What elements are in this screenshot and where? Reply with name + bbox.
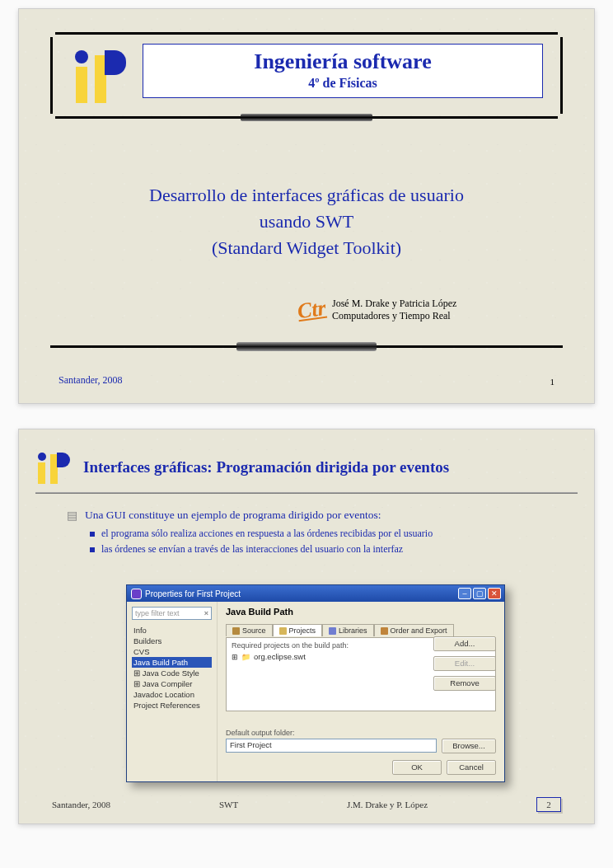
tab-label: Projects	[289, 626, 316, 635]
dialog-title: Properties for First Project	[145, 589, 241, 598]
bullet1-text: Una GUI constituye un ejemplo de program…	[85, 509, 381, 523]
tab-bar: SourceProjectsLibrariesOrder and Export	[226, 623, 496, 636]
filter-placeholder: type filter text	[135, 609, 180, 617]
footer-authors: J.M. Drake y P. López	[347, 800, 428, 809]
ok-button[interactable]: OK	[392, 760, 442, 775]
tab-icon	[279, 627, 287, 635]
slide1-footer: Santander, 2008 1	[58, 374, 555, 387]
slide-1: Ingeniería software 4º de Físicas Desarr…	[18, 8, 595, 404]
add-button[interactable]: Add...	[433, 636, 496, 651]
course-title-box: Ingeniería software 4º de Físicas	[143, 44, 543, 98]
bullet1a-text: el programa sólo realiza acciones en res…	[101, 528, 433, 540]
tree-item[interactable]: Builders	[132, 636, 212, 646]
title-line-3: (Standard Widget Toolkit)	[19, 235, 594, 261]
tree-item[interactable]: CVS	[132, 646, 212, 657]
tree-item[interactable]: Javadoc Location	[132, 689, 212, 700]
cancel-button[interactable]: Cancel	[447, 760, 496, 775]
slide-2: Interfaces gráficas: Programación dirigi…	[18, 429, 595, 824]
slide2-footer: Santander, 2008 SWT J.M. Drake y P. Lópe…	[52, 797, 561, 812]
title-line-1: Desarrollo de interfaces gráficas de usu…	[19, 182, 594, 209]
square-bullet-icon	[90, 532, 95, 537]
square-bullet-icon	[90, 547, 95, 552]
bottom-rail	[50, 345, 563, 348]
minimize-button[interactable]: –	[458, 588, 471, 599]
tree-item[interactable]: Project References	[132, 700, 212, 711]
maximize-button[interactable]: ▢	[473, 588, 486, 599]
tree-item[interactable]: ⊞ Java Code Style	[132, 668, 212, 678]
edit-button[interactable]: Edit...	[433, 656, 496, 671]
clear-filter-icon[interactable]: ×	[204, 609, 208, 617]
tab-libraries[interactable]: Libraries	[322, 624, 374, 636]
page-number: 1	[550, 377, 555, 387]
ip-logo-small	[35, 451, 70, 484]
dialog-sidebar: type filter text × InfoBuildersCVSJava B…	[127, 602, 218, 781]
tree-item[interactable]: ⊞ Java Compiler	[132, 678, 212, 689]
header-rule	[35, 492, 578, 494]
panel-title: Java Build Path	[226, 607, 496, 617]
bullet-marker-icon: ▤	[67, 509, 77, 523]
department: Computadores y Tiempo Real	[332, 310, 456, 322]
filter-input[interactable]: type filter text ×	[132, 607, 212, 620]
bullet1b-text: las órdenes se envían a través de las in…	[101, 543, 403, 556]
footer-subject: SWT	[219, 800, 238, 809]
browse-button[interactable]: Browse...	[442, 739, 496, 753]
tab-icon	[381, 627, 388, 635]
tab-label: Libraries	[339, 626, 367, 635]
course-subtitle: 4º de Físicas	[150, 76, 536, 91]
footer-location-date: Santander, 2008	[52, 800, 110, 809]
tab-label: Order and Export	[391, 626, 447, 635]
properties-dialog: Properties for First Project – ▢ ✕ type …	[126, 584, 505, 782]
tab-label: Source	[242, 626, 266, 635]
default-output-field[interactable]: First Project	[226, 739, 437, 753]
dialog-main: Java Build Path SourceProjectsLibrariesO…	[218, 602, 504, 781]
remove-button[interactable]: Remove	[433, 676, 496, 691]
tree-expand-icon[interactable]: ⊞	[232, 653, 238, 661]
eclipse-icon	[132, 589, 141, 598]
page-number: 2	[536, 797, 561, 812]
tab-order-and-export[interactable]: Order and Export	[374, 624, 454, 636]
authors: José M. Drake y Patricia López	[332, 298, 456, 310]
required-item: org.eclipse.swt	[254, 652, 306, 661]
ctr-logo: Ctr	[296, 296, 328, 325]
tab-icon	[329, 627, 336, 635]
presentation-title: Desarrollo de interfaces gráficas de usu…	[19, 182, 594, 261]
authors-block: José M. Drake y Patricia López Computado…	[332, 298, 456, 322]
slide2-title: Interfaces gráficas: Programación dirigi…	[83, 458, 449, 476]
footer-location-date: Santander, 2008	[58, 374, 123, 387]
ip-logo	[70, 45, 128, 103]
title-line-2: usando SWT	[19, 209, 594, 235]
slide2-body: ▤ Una GUI constituye un ejemplo de progr…	[67, 509, 561, 559]
tab-projects[interactable]: Projects	[273, 624, 323, 636]
tree-item[interactable]: Info	[132, 625, 212, 636]
project-icon: 📁	[241, 653, 250, 661]
bullet-level2: las órdenes se envían a través de las in…	[90, 543, 561, 556]
tree-item[interactable]: Java Build Path	[132, 657, 212, 668]
slide2-header: Interfaces gráficas: Programación dirigi…	[35, 443, 578, 492]
tab-icon	[232, 627, 240, 635]
dialog-titlebar[interactable]: Properties for First Project – ▢ ✕	[127, 585, 504, 602]
category-tree[interactable]: InfoBuildersCVSJava Build Path⊞ Java Cod…	[132, 625, 212, 711]
default-output-label: Default output folder:	[226, 729, 496, 737]
tab-source[interactable]: Source	[226, 624, 273, 636]
bullet-level2: el programa sólo realiza acciones en res…	[90, 528, 561, 540]
bullet-level1: ▤ Una GUI constituye un ejemplo de progr…	[67, 509, 561, 523]
close-button[interactable]: ✕	[488, 588, 501, 599]
course-title: Ingeniería software	[150, 49, 536, 74]
